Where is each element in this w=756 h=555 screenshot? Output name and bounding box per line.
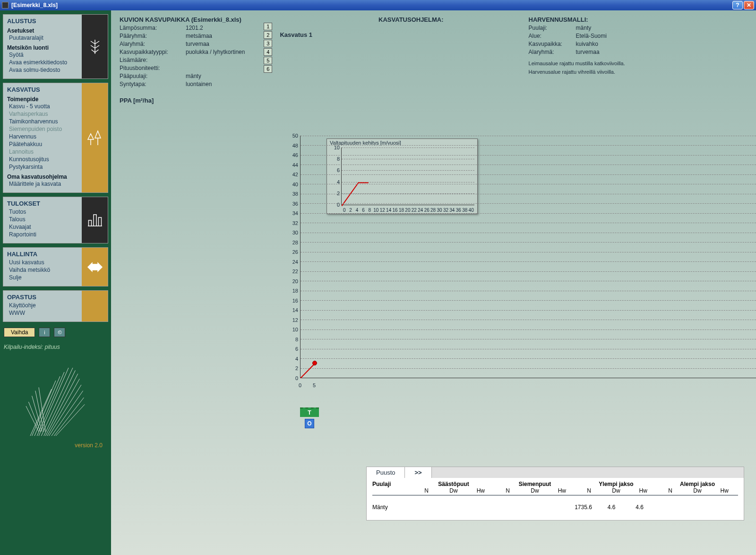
num-button-1[interactable]: 1 xyxy=(264,23,272,30)
nav-item-uusi-kasvatus[interactable]: Uusi kasvatus xyxy=(7,259,78,266)
puusto-table: Puusto >> Puulaji Säästöpuut Siemenpuut … xyxy=(366,467,744,520)
subcol-n: N xyxy=(576,487,602,494)
nav-sub-metsikon-luonti: Metsikön luonti xyxy=(7,44,78,51)
nav-kasvatus: KASVATUS Toimenpide Kasvu - 5 vuotta Var… xyxy=(3,83,108,193)
help-button[interactable]: ? xyxy=(732,1,743,9)
pine-illustration xyxy=(3,355,108,440)
subcol-dw: Dw xyxy=(521,487,548,494)
nav-icon-alustus xyxy=(82,15,108,78)
data-point xyxy=(312,361,317,365)
nav-sub-oma-kasvatus: Oma kasvatusohjelma xyxy=(7,173,78,180)
nav-item-harvennus[interactable]: Harvennus xyxy=(7,133,78,140)
nav-item-raportointi[interactable]: Raportointi xyxy=(7,231,78,238)
main-chart: 0246810121416182022242628303234363840424… xyxy=(286,136,756,391)
nav-item-vaihda-metsikko[interactable]: Vaihda metsikkö xyxy=(7,266,78,274)
bottom-controls: Vaihda i © xyxy=(3,326,108,339)
pine-needles-icon xyxy=(13,355,98,440)
bar-chart-icon xyxy=(86,212,103,229)
nav-icon-tulokset xyxy=(82,197,108,243)
subcol-hw: Hw xyxy=(549,487,576,494)
tab-puusto[interactable]: Puusto xyxy=(367,467,405,478)
nav-item-tuotos[interactable]: Tuotos xyxy=(7,208,78,216)
subcol-n: N xyxy=(494,487,521,494)
nav-item-sulje[interactable]: Sulje xyxy=(7,274,78,281)
subcol-n: N xyxy=(413,487,440,494)
app-icon xyxy=(2,2,9,9)
nav-item-lannoitus[interactable]: Lannoitus xyxy=(7,148,78,156)
nav-item-syota[interactable]: Syötä xyxy=(7,51,78,59)
nav-sub-toimenpide: Toimenpide xyxy=(7,96,78,103)
copyright-button[interactable]: © xyxy=(54,328,65,337)
subcol-dw: Dw xyxy=(684,487,711,494)
table-row: Mänty1735.64.64.6 xyxy=(372,495,738,511)
legend-o[interactable]: O xyxy=(305,419,314,428)
nav-header-opastus: OPASTUS xyxy=(7,294,78,301)
window-title: [Esimerkki_8.xls] xyxy=(11,2,732,9)
kasvatusohjelma-title: KASVATUSOHJELMA: xyxy=(378,16,443,23)
grp-siemenpuut: Siemenpuut xyxy=(494,481,576,487)
version-label: version 2.0 xyxy=(3,442,108,449)
nav-item-maarittele[interactable]: Määrittele ja kasvata xyxy=(7,180,78,188)
nav-alustus: ALUSTUS Asetukset Puutavaralajit Metsikö… xyxy=(3,14,108,79)
plot-area: Valtapituuden kehitys [m/vuosi] 0246810 … xyxy=(300,136,756,378)
subcol-n: N xyxy=(657,487,684,494)
nav-opastus: OPASTUS Käyttöohje WWW xyxy=(3,290,108,322)
nav-item-avaa-esimerkki[interactable]: Avaa esimerkkitiedosto xyxy=(7,59,78,66)
nav-item-kasvu5[interactable]: Kasvu - 5 vuotta xyxy=(7,103,78,110)
subcol-hw: Hw xyxy=(711,487,738,494)
num-button-5[interactable]: 5 xyxy=(264,57,272,64)
kasvatusohjelma-block: KASVATUSOHJELMA: xyxy=(378,16,443,88)
num-button-4[interactable]: 4 xyxy=(264,48,272,56)
nav-icon-hallinta xyxy=(82,248,108,286)
nav-item-kuvaajat[interactable]: Kuvaajat xyxy=(7,223,78,231)
nav-item-talous[interactable]: Talous xyxy=(7,216,78,223)
kasvatus-label: Kasvatus 1 xyxy=(280,31,312,88)
nav-item-avaa-solmu[interactable]: Avaa solmu-tiedosto xyxy=(7,66,78,74)
main-area: KUVION KASVUPAIKKA (Esimerkki_8.xls) Läm… xyxy=(111,10,756,555)
num-button-6[interactable]: 6 xyxy=(264,65,272,73)
num-button-3[interactable]: 3 xyxy=(264,40,272,47)
nav-tulokset: TULOKSET Tuotos Talous Kuvaajat Raportoi… xyxy=(3,197,108,243)
nav-sub-asetukset: Asetukset xyxy=(7,27,78,34)
kuvion-title: KUVION KASVUPAIKKA (Esimerkki_8.xls) xyxy=(120,16,245,23)
nav-item-kunnostusojitus[interactable]: Kunnostusojitus xyxy=(7,156,78,163)
nav-item-varhaisperkaus[interactable]: Varhaisperkaus xyxy=(7,110,78,118)
svg-line-0 xyxy=(301,364,315,378)
transfer-icon xyxy=(86,259,103,276)
nav-item-puutavaralajit[interactable]: Puutavaralajit xyxy=(7,34,78,42)
note-harvenus: Harvenusalue rajattu vihreillä viivoilla… xyxy=(529,69,625,75)
nav-header-hallinta: HALLINTA xyxy=(7,251,78,258)
tab-next[interactable]: >> xyxy=(405,467,431,478)
grp-alempi: Alempi jakso xyxy=(657,481,738,487)
nav-header-kasvatus: KASVATUS xyxy=(7,86,78,93)
nav-hallinta: HALLINTA Uusi kasvatus Vaihda metsikkö S… xyxy=(3,247,108,286)
info-button[interactable]: i xyxy=(39,328,50,337)
seedling-icon xyxy=(86,38,103,55)
number-buttons: 123456 xyxy=(264,23,272,88)
close-button[interactable]: ✕ xyxy=(744,1,754,9)
nav-item-kayttoohje[interactable]: Käyttöohje xyxy=(7,302,78,309)
nav-icon-opastus xyxy=(82,291,108,321)
subcol-hw: Hw xyxy=(630,487,657,494)
subcol-hw: Hw xyxy=(467,487,494,494)
subcol-dw: Dw xyxy=(440,487,467,494)
nav-item-paatehakkuu[interactable]: Päätehakkuu xyxy=(7,140,78,148)
harvennus-block: HARVENNUSMALLI: Puulaji:mäntyAlue:Etelä-… xyxy=(529,16,625,88)
grp-saastopuut: Säästöpuut xyxy=(413,481,494,487)
titlebar: [Esimerkki_8.xls] ? ✕ xyxy=(0,0,756,10)
legend-t[interactable]: T xyxy=(300,408,319,417)
subcol-dw: Dw xyxy=(602,487,629,494)
nav-item-www[interactable]: WWW xyxy=(7,309,78,317)
nav-header-alustus: ALUSTUS xyxy=(7,17,78,25)
sidebar: ALUSTUS Asetukset Puutavaralajit Metsikö… xyxy=(0,10,111,555)
nav-item-siemenpuiden-poisto[interactable]: Siemenpuiden poisto xyxy=(7,125,78,133)
nav-header-tulokset: TULOKSET xyxy=(7,200,78,207)
grp-ylempi: Ylempi jakso xyxy=(576,481,657,487)
vaihda-button[interactable]: Vaihda xyxy=(4,328,35,337)
ppa-axis-label: PPA [m²/ha] xyxy=(120,97,747,104)
nav-item-pystykarsinta[interactable]: Pystykarsinta xyxy=(7,163,78,171)
nav-icon-kasvatus xyxy=(82,83,108,192)
num-button-2[interactable]: 2 xyxy=(264,31,272,39)
kilpailu-indeksi-label: Kilpailu-indeksi: pituus xyxy=(3,343,108,351)
nav-item-taimikonharvennus[interactable]: Taimikonharvennus xyxy=(7,118,78,125)
